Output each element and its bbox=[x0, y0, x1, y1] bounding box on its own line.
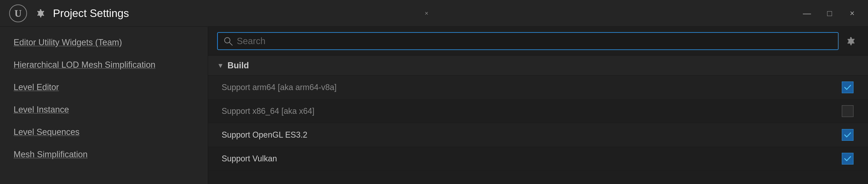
maximize-button[interactable]: □ bbox=[823, 6, 836, 20]
svg-text:U: U bbox=[14, 8, 22, 19]
section-collapse-arrow: ▼ bbox=[217, 62, 224, 69]
checkmark-icon-arm64 bbox=[844, 83, 852, 91]
search-icon bbox=[223, 36, 233, 46]
checkmark-icon-vulkan bbox=[844, 155, 852, 163]
sidebar-item-hierarchical-lod[interactable]: Hierarchical LOD Mesh Simplification bbox=[0, 54, 208, 76]
setting-label-arm64: Support arm64 [aka arm64-v8a] bbox=[222, 83, 841, 92]
project-settings-window: U Project Settings × — □ × Editor Utilit… bbox=[0, 0, 868, 184]
tab-settings-icon bbox=[34, 6, 48, 20]
setting-label-vulkan: Support Vulkan bbox=[222, 154, 841, 163]
minimize-button[interactable]: — bbox=[800, 6, 814, 20]
checkbox-checked-opengl[interactable] bbox=[842, 129, 854, 141]
checkbox-checked-vulkan[interactable] bbox=[842, 153, 854, 164]
search-settings-gear-button[interactable] bbox=[843, 33, 859, 49]
ue-logo: U bbox=[9, 4, 27, 22]
section-title: Build bbox=[227, 61, 249, 70]
search-wrapper bbox=[217, 32, 839, 50]
sidebar: Editor Utility Widgets (Team) Hierarchic… bbox=[0, 27, 208, 184]
close-button[interactable]: × bbox=[845, 6, 859, 20]
checkbox-arm64[interactable] bbox=[841, 81, 855, 94]
sidebar-item-editor-utility-widgets[interactable]: Editor Utility Widgets (Team) bbox=[0, 31, 208, 54]
checkbox-opengl[interactable] bbox=[841, 128, 855, 142]
svg-line-3 bbox=[229, 42, 232, 45]
checkbox-vulkan[interactable] bbox=[841, 152, 855, 165]
setting-label-opengl: Support OpenGL ES3.2 bbox=[222, 130, 841, 140]
right-panel: ▼ Build Support arm64 [aka arm64-v8a] bbox=[208, 27, 868, 184]
window-title: Project Settings bbox=[53, 7, 423, 20]
tab-close-button[interactable]: × bbox=[423, 9, 431, 18]
search-bar-container bbox=[208, 27, 868, 56]
checkmark-icon-opengl bbox=[844, 131, 852, 139]
checkbox-checked-arm64[interactable] bbox=[842, 82, 854, 93]
sidebar-item-level-sequences[interactable]: Level Sequences bbox=[0, 121, 208, 143]
sidebar-item-level-editor[interactable]: Level Editor bbox=[0, 76, 208, 98]
main-content: Editor Utility Widgets (Team) Hierarchic… bbox=[0, 27, 868, 184]
titlebar: U Project Settings × — □ × bbox=[0, 0, 868, 27]
window-controls: — □ × bbox=[800, 6, 859, 20]
table-row: Support OpenGL ES3.2 bbox=[208, 123, 868, 147]
sidebar-item-level-instance[interactable]: Level Instance bbox=[0, 98, 208, 121]
build-section-header[interactable]: ▼ Build bbox=[208, 56, 868, 75]
table-row: Support Vulkan bbox=[208, 147, 868, 171]
sidebar-item-mesh-simplification[interactable]: Mesh Simplification bbox=[0, 143, 208, 166]
table-row: Support arm64 [aka arm64-v8a] bbox=[208, 75, 868, 99]
table-row: Support x86_64 [aka x64] bbox=[208, 99, 868, 123]
content-area: ▼ Build Support arm64 [aka arm64-v8a] bbox=[208, 56, 868, 184]
checkbox-unchecked-x86[interactable] bbox=[842, 105, 854, 117]
search-input[interactable] bbox=[237, 36, 833, 46]
checkbox-x86[interactable] bbox=[841, 104, 855, 118]
setting-label-x86: Support x86_64 [aka x64] bbox=[222, 106, 841, 116]
